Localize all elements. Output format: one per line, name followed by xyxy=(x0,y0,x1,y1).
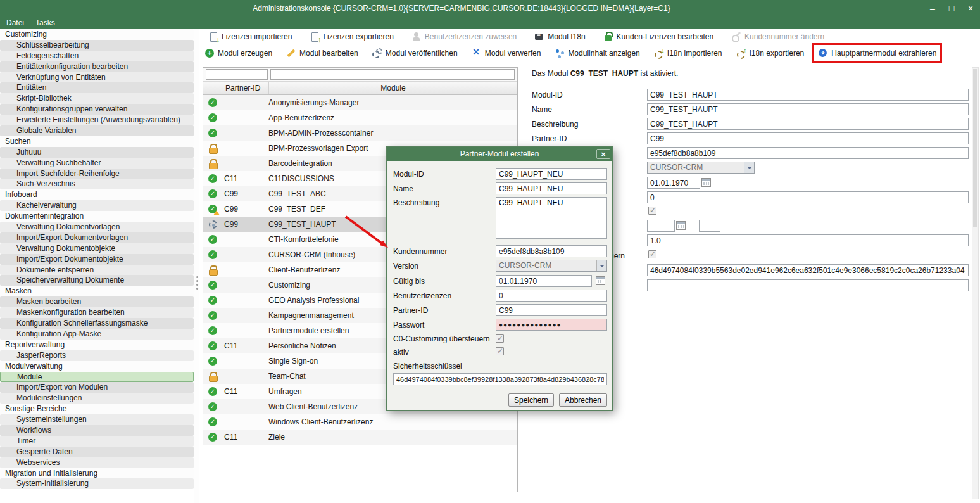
sidebar-item[interactable]: Entitätenkonfiguration bearbeiten xyxy=(0,61,194,72)
sidebar-item[interactable]: Dokumente entsperren xyxy=(0,265,194,276)
partner-column-header[interactable]: Partner-ID xyxy=(222,82,269,94)
sidebar-item[interactable]: Masken bearbeiten xyxy=(0,296,194,307)
dialog-close-icon[interactable]: × xyxy=(596,149,610,159)
sidebar-item[interactable]: Import Suchfelder-Reihenfolge xyxy=(0,169,194,179)
speichern-button[interactable]: Speichern xyxy=(508,393,554,407)
sidebar-item[interactable]: Globale Variablen xyxy=(0,125,194,136)
toolbar-button[interactable]: Modul bearbeiten xyxy=(284,47,360,60)
kundennummer-field[interactable] xyxy=(647,147,969,159)
sidebar-item[interactable]: Konfigurationsgruppen verwalten xyxy=(0,104,194,115)
beschreibung-field[interactable] xyxy=(647,118,969,130)
calendar-icon[interactable] xyxy=(596,276,605,285)
table-row[interactable]: C11 Ziele xyxy=(203,430,517,445)
sidebar-item[interactable]: Konfiguration App-Maske xyxy=(0,329,194,340)
sidebar-item[interactable]: Entitäten xyxy=(0,82,194,93)
dialog-sicherheitsschluessel-input[interactable] xyxy=(393,373,607,385)
dialog-passwort-input[interactable] xyxy=(496,319,607,331)
gueltig-bis-field[interactable] xyxy=(647,177,700,189)
modul-id-field[interactable] xyxy=(647,89,969,101)
sidebar-item[interactable]: Suchen xyxy=(0,136,194,147)
menu-item[interactable]: Datei xyxy=(6,18,24,27)
sidebar-item[interactable]: Speicherverwaltung Dokumente xyxy=(0,275,194,286)
toolbar-button[interactable]: Lizenzen importieren xyxy=(206,30,294,43)
sidebar-item[interactable]: Modulverwaltung xyxy=(0,361,194,372)
sidebar-item[interactable]: Skript-Bibliothek xyxy=(0,93,194,104)
toolbar-button[interactable]: Modulinhalt anzeigen xyxy=(553,47,641,60)
sidebar-item[interactable]: Sonstige Bereiche xyxy=(0,404,194,414)
benutzerlizenzen-field[interactable] xyxy=(647,191,969,203)
sidebar-item[interactable]: Moduleinstellungen xyxy=(0,393,194,404)
dialog-name-input[interactable] xyxy=(496,182,607,194)
sidebar-item[interactable]: Import/Export Dokumentobjekte xyxy=(0,254,194,265)
sidebar-item[interactable]: Verwaltung Dokumentobjekte xyxy=(0,243,194,254)
dialog-modul-id-input[interactable] xyxy=(496,168,607,180)
scrollbar-thumb[interactable] xyxy=(973,69,977,227)
sidebar-item[interactable]: Systemeinstellungen xyxy=(0,414,194,425)
sidebar-item[interactable]: Feldeigenschaften xyxy=(0,51,194,61)
toolbar-button[interactable]: Modul I18n xyxy=(532,30,587,43)
partner-filter-input[interactable] xyxy=(206,69,268,80)
toolbar-button[interactable]: Hauptpartnermodul extrahieren xyxy=(816,47,938,60)
partner-id-field[interactable] xyxy=(647,132,969,144)
dialog-partner-id-input[interactable] xyxy=(496,304,607,316)
sidebar-item[interactable]: Import/Export von Modulen xyxy=(0,382,194,393)
sidebar-item[interactable]: Workflows xyxy=(0,425,194,436)
table-row[interactable]: BPM-ADMIN-Prozesscontainer xyxy=(203,125,517,141)
detail-date-field[interactable] xyxy=(647,220,675,232)
toolbar-button[interactable]: Modul verwerfen xyxy=(470,47,543,60)
sidebar-item[interactable]: System-Initialisierung xyxy=(0,478,194,489)
sidebar-item[interactable]: Masken xyxy=(0,286,194,296)
sidebar-item[interactable]: Reportverwaltung xyxy=(0,340,194,350)
sidebar-item[interactable]: Timer xyxy=(0,436,194,447)
toolbar-button[interactable]: Modul erzeugen xyxy=(203,47,274,60)
sidebar-item[interactable]: Dokumentenintegration xyxy=(0,211,194,222)
toolbar-button[interactable]: I18n importieren xyxy=(652,47,724,60)
abbrechen-button[interactable]: Abbrechen xyxy=(559,393,607,407)
toolbar-button[interactable]: Lizenzen exportieren xyxy=(308,30,395,43)
sidebar-item[interactable]: Maskenkonfiguration bearbeiten xyxy=(0,307,194,318)
calendar-icon[interactable] xyxy=(676,221,686,230)
sidebar-item[interactable]: Kachelverwaltung xyxy=(0,200,194,211)
sidebar-item[interactable]: Konfiguration Schnellerfassungsmaske xyxy=(0,318,194,329)
calendar-icon[interactable] xyxy=(701,178,711,187)
maximize-icon[interactable]: □ xyxy=(942,0,961,16)
sidebar-item[interactable]: Such-Verzeichnis xyxy=(0,179,194,189)
sidebar-item[interactable]: Customizing xyxy=(0,29,194,40)
sidebar-item[interactable]: Infoboard xyxy=(0,189,194,200)
dialog-kundennummer-input[interactable] xyxy=(496,245,607,257)
dialog-gueltig-bis-input[interactable] xyxy=(496,275,592,287)
sidebar-item[interactable]: Juhuuu xyxy=(0,147,194,158)
sidebar-item[interactable]: Verwaltung Dokumentvorlagen xyxy=(0,222,194,232)
dialog-benutzerlizenzen-input[interactable] xyxy=(496,290,607,302)
sidebar-item[interactable]: Import/Export Dokumentvorlagen xyxy=(0,232,194,243)
splitter-handle[interactable] xyxy=(194,29,199,503)
sidebar-item[interactable]: Verwaltung Suchbehälter xyxy=(0,158,194,169)
sidebar-item[interactable]: Verknüpfung von Entitäten xyxy=(0,72,194,83)
sidebar-item[interactable]: Schlüsselbearbeitung xyxy=(0,40,194,51)
menu-item[interactable]: Tasks xyxy=(35,18,55,27)
toolbar-button[interactable]: Kunden-Lizenzen bearbeiten xyxy=(601,30,715,43)
detail-scrollbar[interactable] xyxy=(972,67,979,499)
close-icon[interactable]: × xyxy=(961,0,980,16)
sidebar-item-label: System-Initialisierung xyxy=(16,479,89,488)
release-field[interactable] xyxy=(647,234,969,246)
module-column-header[interactable]: Module xyxy=(269,84,517,92)
sidebar-item[interactable]: Module xyxy=(0,372,194,383)
toolbar-button[interactable]: I18n exportieren xyxy=(734,47,807,60)
table-row[interactable]: Anonymisierungs-Manager xyxy=(203,95,517,110)
detail-empty-field[interactable] xyxy=(647,279,969,291)
sidebar-item[interactable]: JasperReports xyxy=(0,350,194,361)
minimize-icon[interactable]: – xyxy=(923,0,942,16)
dialog-beschreibung-textarea[interactable]: C99_HAUPT_NEU xyxy=(496,197,607,239)
table-row[interactable]: App-Benutzerlizenz xyxy=(203,110,517,125)
sidebar-item[interactable]: Erweiterte Einstellungen (Anwendungsvari… xyxy=(0,115,194,125)
sidebar-item[interactable]: Webservices xyxy=(0,457,194,468)
toolbar-button[interactable]: Modul veröffentlichen xyxy=(370,47,460,60)
sidebar-item[interactable]: Gesperrte Daten xyxy=(0,447,194,457)
detail-small-field[interactable] xyxy=(699,220,720,232)
sicherheitsschluessel-field[interactable] xyxy=(647,264,969,276)
name-field[interactable] xyxy=(647,103,969,115)
module-filter-input[interactable] xyxy=(270,69,515,80)
sidebar-item[interactable]: Migration und Initialisierung xyxy=(0,468,194,479)
table-row[interactable]: Windows Client-Benutzerlizenz xyxy=(203,414,517,430)
